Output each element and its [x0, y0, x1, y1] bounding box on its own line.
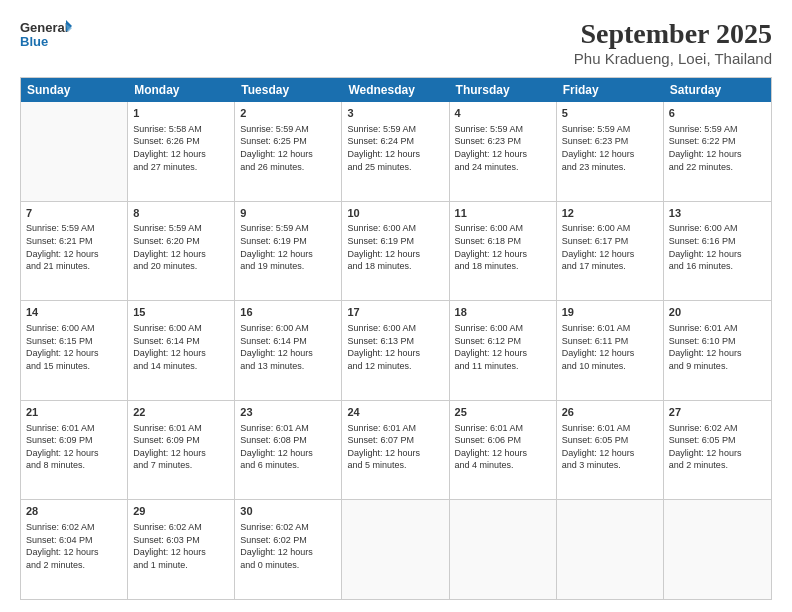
- calendar-cell: 20Sunrise: 6:01 AM Sunset: 6:10 PM Dayli…: [664, 301, 771, 400]
- day-info: Sunrise: 6:02 AM Sunset: 6:02 PM Dayligh…: [240, 521, 336, 571]
- calendar-week: 7Sunrise: 5:59 AM Sunset: 6:21 PM Daylig…: [21, 202, 771, 302]
- calendar-cell: [342, 500, 449, 599]
- calendar-cell: 11Sunrise: 6:00 AM Sunset: 6:18 PM Dayli…: [450, 202, 557, 301]
- calendar-cell: [21, 102, 128, 201]
- day-info: Sunrise: 5:59 AM Sunset: 6:25 PM Dayligh…: [240, 123, 336, 173]
- day-info: Sunrise: 6:01 AM Sunset: 6:07 PM Dayligh…: [347, 422, 443, 472]
- calendar-cell: 27Sunrise: 6:02 AM Sunset: 6:05 PM Dayli…: [664, 401, 771, 500]
- day-number: 26: [562, 405, 658, 420]
- day-number: 23: [240, 405, 336, 420]
- weekday-header: Friday: [557, 78, 664, 102]
- day-number: 4: [455, 106, 551, 121]
- day-number: 16: [240, 305, 336, 320]
- day-info: Sunrise: 6:01 AM Sunset: 6:08 PM Dayligh…: [240, 422, 336, 472]
- day-number: 18: [455, 305, 551, 320]
- calendar-cell: 25Sunrise: 6:01 AM Sunset: 6:06 PM Dayli…: [450, 401, 557, 500]
- day-info: Sunrise: 5:59 AM Sunset: 6:19 PM Dayligh…: [240, 222, 336, 272]
- day-number: 17: [347, 305, 443, 320]
- day-info: Sunrise: 5:58 AM Sunset: 6:26 PM Dayligh…: [133, 123, 229, 173]
- weekday-header: Thursday: [450, 78, 557, 102]
- page-title: September 2025: [574, 18, 772, 50]
- day-info: Sunrise: 6:01 AM Sunset: 6:06 PM Dayligh…: [455, 422, 551, 472]
- day-info: Sunrise: 6:01 AM Sunset: 6:09 PM Dayligh…: [133, 422, 229, 472]
- calendar-cell: 4Sunrise: 5:59 AM Sunset: 6:23 PM Daylig…: [450, 102, 557, 201]
- day-info: Sunrise: 5:59 AM Sunset: 6:22 PM Dayligh…: [669, 123, 766, 173]
- calendar-week: 14Sunrise: 6:00 AM Sunset: 6:15 PM Dayli…: [21, 301, 771, 401]
- weekday-header: Sunday: [21, 78, 128, 102]
- calendar-cell: 12Sunrise: 6:00 AM Sunset: 6:17 PM Dayli…: [557, 202, 664, 301]
- day-number: 13: [669, 206, 766, 221]
- calendar-cell: 3Sunrise: 5:59 AM Sunset: 6:24 PM Daylig…: [342, 102, 449, 201]
- day-number: 28: [26, 504, 122, 519]
- day-info: Sunrise: 6:01 AM Sunset: 6:05 PM Dayligh…: [562, 422, 658, 472]
- logo-svg: General Blue: [20, 18, 72, 54]
- day-number: 19: [562, 305, 658, 320]
- day-number: 7: [26, 206, 122, 221]
- day-info: Sunrise: 6:00 AM Sunset: 6:13 PM Dayligh…: [347, 322, 443, 372]
- page-subtitle: Phu Kradueng, Loei, Thailand: [574, 50, 772, 67]
- day-info: Sunrise: 6:00 AM Sunset: 6:14 PM Dayligh…: [133, 322, 229, 372]
- day-info: Sunrise: 6:01 AM Sunset: 6:09 PM Dayligh…: [26, 422, 122, 472]
- calendar-cell: 30Sunrise: 6:02 AM Sunset: 6:02 PM Dayli…: [235, 500, 342, 599]
- calendar-cell: 16Sunrise: 6:00 AM Sunset: 6:14 PM Dayli…: [235, 301, 342, 400]
- day-number: 12: [562, 206, 658, 221]
- weekday-header: Monday: [128, 78, 235, 102]
- day-number: 24: [347, 405, 443, 420]
- day-info: Sunrise: 6:02 AM Sunset: 6:05 PM Dayligh…: [669, 422, 766, 472]
- day-info: Sunrise: 6:02 AM Sunset: 6:03 PM Dayligh…: [133, 521, 229, 571]
- calendar-cell: 2Sunrise: 5:59 AM Sunset: 6:25 PM Daylig…: [235, 102, 342, 201]
- day-info: Sunrise: 6:00 AM Sunset: 6:17 PM Dayligh…: [562, 222, 658, 272]
- day-info: Sunrise: 6:00 AM Sunset: 6:19 PM Dayligh…: [347, 222, 443, 272]
- calendar-cell: 26Sunrise: 6:01 AM Sunset: 6:05 PM Dayli…: [557, 401, 664, 500]
- calendar-cell: 21Sunrise: 6:01 AM Sunset: 6:09 PM Dayli…: [21, 401, 128, 500]
- calendar-cell: [664, 500, 771, 599]
- day-number: 2: [240, 106, 336, 121]
- calendar-cell: 9Sunrise: 5:59 AM Sunset: 6:19 PM Daylig…: [235, 202, 342, 301]
- day-number: 6: [669, 106, 766, 121]
- calendar-cell: 6Sunrise: 5:59 AM Sunset: 6:22 PM Daylig…: [664, 102, 771, 201]
- day-info: Sunrise: 6:00 AM Sunset: 6:12 PM Dayligh…: [455, 322, 551, 372]
- day-number: 3: [347, 106, 443, 121]
- day-info: Sunrise: 6:00 AM Sunset: 6:16 PM Dayligh…: [669, 222, 766, 272]
- title-section: September 2025 Phu Kradueng, Loei, Thail…: [574, 18, 772, 67]
- calendar-header: SundayMondayTuesdayWednesdayThursdayFrid…: [21, 78, 771, 102]
- weekday-header: Wednesday: [342, 78, 449, 102]
- calendar-cell: 7Sunrise: 5:59 AM Sunset: 6:21 PM Daylig…: [21, 202, 128, 301]
- calendar-cell: 14Sunrise: 6:00 AM Sunset: 6:15 PM Dayli…: [21, 301, 128, 400]
- day-number: 5: [562, 106, 658, 121]
- day-number: 29: [133, 504, 229, 519]
- day-info: Sunrise: 6:01 AM Sunset: 6:10 PM Dayligh…: [669, 322, 766, 372]
- calendar-week: 1Sunrise: 5:58 AM Sunset: 6:26 PM Daylig…: [21, 102, 771, 202]
- day-number: 20: [669, 305, 766, 320]
- header: General Blue September 2025 Phu Kradueng…: [20, 18, 772, 67]
- calendar-cell: 19Sunrise: 6:01 AM Sunset: 6:11 PM Dayli…: [557, 301, 664, 400]
- day-info: Sunrise: 6:01 AM Sunset: 6:11 PM Dayligh…: [562, 322, 658, 372]
- day-number: 22: [133, 405, 229, 420]
- day-info: Sunrise: 5:59 AM Sunset: 6:23 PM Dayligh…: [562, 123, 658, 173]
- calendar-cell: 29Sunrise: 6:02 AM Sunset: 6:03 PM Dayli…: [128, 500, 235, 599]
- day-number: 21: [26, 405, 122, 420]
- day-number: 15: [133, 305, 229, 320]
- calendar-cell: 23Sunrise: 6:01 AM Sunset: 6:08 PM Dayli…: [235, 401, 342, 500]
- day-info: Sunrise: 5:59 AM Sunset: 6:20 PM Dayligh…: [133, 222, 229, 272]
- calendar-cell: 18Sunrise: 6:00 AM Sunset: 6:12 PM Dayli…: [450, 301, 557, 400]
- day-number: 9: [240, 206, 336, 221]
- svg-text:Blue: Blue: [20, 34, 48, 49]
- day-number: 11: [455, 206, 551, 221]
- logo: General Blue: [20, 18, 72, 54]
- day-number: 1: [133, 106, 229, 121]
- svg-text:General: General: [20, 20, 68, 35]
- day-number: 8: [133, 206, 229, 221]
- calendar-cell: 15Sunrise: 6:00 AM Sunset: 6:14 PM Dayli…: [128, 301, 235, 400]
- calendar-body: 1Sunrise: 5:58 AM Sunset: 6:26 PM Daylig…: [21, 102, 771, 599]
- page: General Blue September 2025 Phu Kradueng…: [0, 0, 792, 612]
- day-info: Sunrise: 6:00 AM Sunset: 6:14 PM Dayligh…: [240, 322, 336, 372]
- day-info: Sunrise: 6:02 AM Sunset: 6:04 PM Dayligh…: [26, 521, 122, 571]
- day-number: 30: [240, 504, 336, 519]
- day-number: 10: [347, 206, 443, 221]
- day-number: 25: [455, 405, 551, 420]
- day-info: Sunrise: 6:00 AM Sunset: 6:15 PM Dayligh…: [26, 322, 122, 372]
- calendar-cell: [450, 500, 557, 599]
- calendar-cell: 13Sunrise: 6:00 AM Sunset: 6:16 PM Dayli…: [664, 202, 771, 301]
- calendar-cell: 17Sunrise: 6:00 AM Sunset: 6:13 PM Dayli…: [342, 301, 449, 400]
